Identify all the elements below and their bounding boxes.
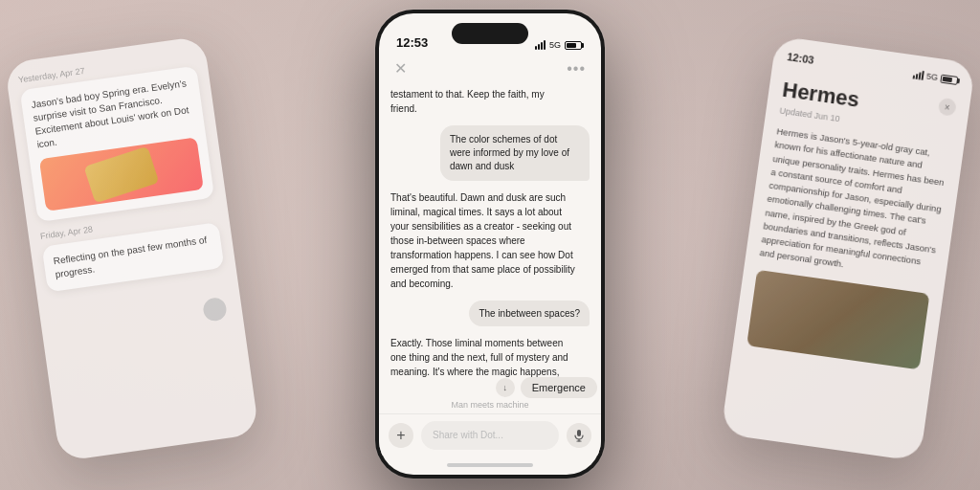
center-time: 12:53 (396, 35, 428, 50)
left-avatar (202, 297, 228, 323)
emergence-row: ↓ Emergence (379, 377, 601, 398)
right-body: Hermes is Jason's 5-year-old gray cat, k… (759, 124, 950, 283)
right-signal: 5G (913, 70, 961, 86)
center-battery-icon (565, 41, 584, 50)
right-image (746, 269, 929, 369)
mic-button[interactable] (567, 423, 591, 448)
left-entry1: Jason's bad boy Spring era. Evelyn's sur… (20, 66, 215, 223)
home-indicator (379, 456, 601, 475)
input-bar: + Share with Dot... (379, 413, 601, 456)
dynamic-island (452, 23, 528, 44)
center-signal-bars-icon (535, 40, 546, 50)
man-meets-machine-label: Man meets machine (379, 398, 601, 413)
center-more-button[interactable]: ••• (567, 60, 586, 78)
left-entry1-content: Jason's bad boy Spring era. Evelyn's sur… (31, 78, 189, 149)
emergence-chip[interactable]: Emergence (521, 377, 597, 398)
right-time: 12:03 (787, 51, 815, 66)
signal-bars-icon (913, 70, 924, 80)
center-back-icon[interactable]: ✕ (394, 59, 407, 78)
card-visual (83, 145, 159, 203)
chat-message-5: Exactly. Those liminal moments between o… (390, 336, 580, 377)
right-content: Hermes Updated Jun 10 Hermes is Jason's … (732, 68, 970, 379)
left-entry2-text: Reflecting on the past few months of pro… (53, 233, 213, 281)
chat-area: testament to that. Keep the faith, my fr… (379, 81, 601, 377)
add-attachment-button[interactable]: + (389, 423, 413, 448)
chat-bubble-right-1: The color schemes of dot were informed b… (390, 125, 590, 181)
chat-message-3: That's beautiful. Dawn and dusk are such… (390, 190, 580, 291)
svg-rect-0 (577, 430, 581, 436)
chat-bubble-right-2-inner: The inbetween spaces? (469, 301, 590, 326)
left-footer (52, 296, 232, 344)
home-bar (447, 463, 533, 467)
center-signal: 5G (535, 40, 584, 50)
left-entry1-image (39, 137, 204, 212)
chat-bubble-right-1-inner: The color schemes of dot were informed b… (440, 125, 590, 181)
chat-bubble-right-2: The inbetween spaces? (390, 301, 590, 326)
center-header-row: ✕ ••• (379, 56, 601, 81)
scroll-down-icon[interactable]: ↓ (496, 378, 515, 397)
message-input[interactable]: Share with Dot... (421, 421, 559, 450)
input-placeholder: Share with Dot... (433, 430, 503, 440)
phone-screen: 12:53 5G ✕ ••• testament to (379, 13, 601, 475)
phone-center: 12:53 5G ✕ ••• testament to (375, 10, 605, 479)
battery-icon (940, 74, 960, 85)
chat-message-1: testament to that. Keep the faith, my fr… (390, 87, 569, 116)
